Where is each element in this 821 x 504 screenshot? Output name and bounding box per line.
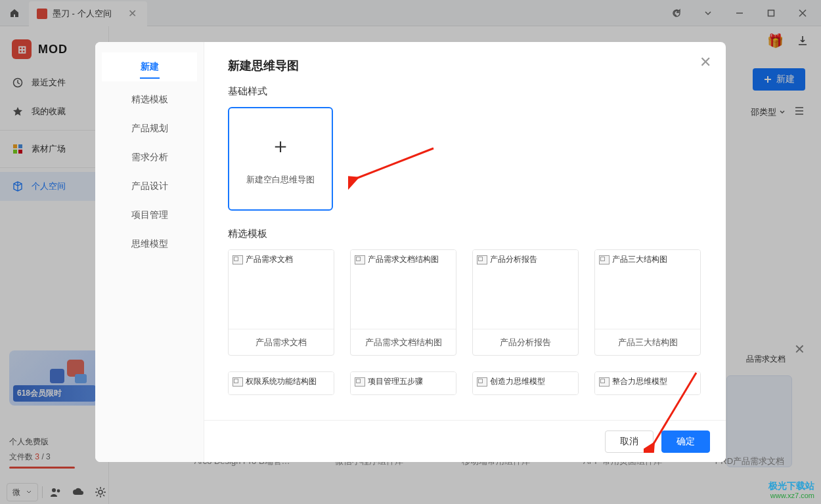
modal-tab-design[interactable]: 产品设计: [95, 172, 204, 201]
section-featured-title: 精选模板: [228, 228, 702, 240]
template-card[interactable]: 产品需求文档产品需求文档: [228, 249, 334, 356]
modal-content: 新建思维导图 基础样式 ＋ 新建空白思维导图 精选模板 产品需求文档产品需求文档…: [204, 42, 726, 462]
modal-tab-project[interactable]: 项目管理: [95, 201, 204, 230]
template-card[interactable]: 创造力思维模型: [472, 371, 579, 395]
template-card[interactable]: 产品分析报告产品分析报告: [472, 249, 579, 356]
modal-sidebar: 新建 精选模板 产品规划 需求分析 产品设计 项目管理 思维模型: [95, 42, 204, 462]
blank-mindmap-card[interactable]: ＋ 新建空白思维导图: [228, 107, 333, 211]
modal-tab-model[interactable]: 思维模型: [95, 230, 204, 259]
modal-tab-analysis[interactable]: 需求分析: [95, 143, 204, 172]
confirm-button[interactable]: 确定: [661, 430, 710, 453]
section-basic-title: 基础样式: [228, 85, 702, 98]
modal-tab-planning[interactable]: 产品规划: [95, 114, 204, 143]
cancel-button[interactable]: 取消: [605, 430, 654, 453]
template-card[interactable]: 权限系统功能结构图: [228, 371, 334, 395]
modal-close-button[interactable]: ✕: [699, 54, 711, 71]
modal-overlay: 新建 精选模板 产品规划 需求分析 产品设计 项目管理 思维模型 新建思维导图 …: [0, 0, 821, 504]
template-card[interactable]: 产品需求文档结构图产品需求文档结构图: [350, 249, 456, 356]
blank-label: 新建空白思维导图: [246, 174, 315, 186]
modal-title: 新建思维导图: [228, 58, 702, 74]
template-card[interactable]: 项目管理五步骤: [350, 371, 456, 395]
template-card[interactable]: 产品三大结构图产品三大结构图: [594, 249, 701, 356]
template-card[interactable]: 整合力思维模型: [594, 371, 701, 395]
plus-icon: ＋: [270, 132, 291, 161]
modal-tab-new[interactable]: 新建: [102, 52, 197, 81]
modal-tab-featured[interactable]: 精选模板: [95, 85, 204, 114]
modal-footer: 取消 确定: [204, 420, 726, 462]
template-grid: 产品需求文档产品需求文档 产品需求文档结构图产品需求文档结构图 产品分析报告产品…: [228, 249, 702, 395]
new-mindmap-modal: 新建 精选模板 产品规划 需求分析 产品设计 项目管理 思维模型 新建思维导图 …: [95, 42, 726, 462]
watermark: 极光下载站 www.xz7.com: [768, 480, 814, 500]
